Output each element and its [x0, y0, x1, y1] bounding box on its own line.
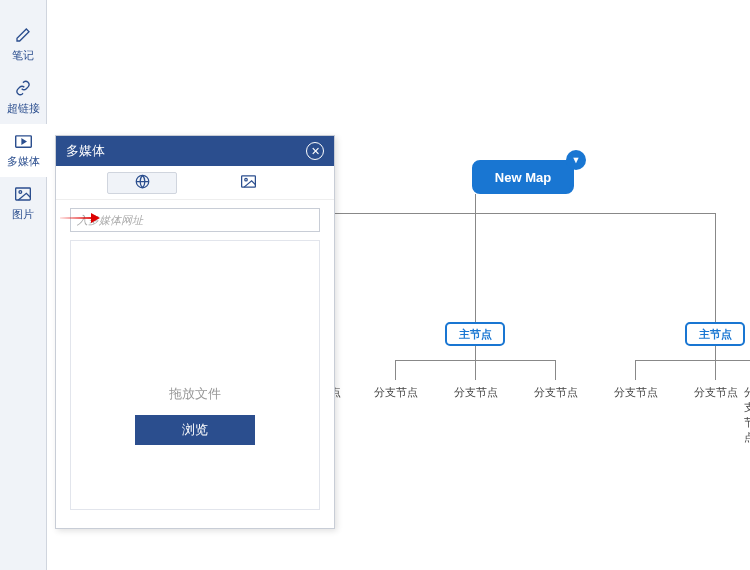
link-icon [14, 79, 32, 97]
media-url-input[interactable] [70, 208, 320, 232]
sidebar-item-label: 笔记 [12, 48, 34, 63]
close-icon[interactable]: ✕ [306, 142, 324, 160]
video-icon [14, 132, 32, 150]
pencil-icon [14, 26, 32, 44]
root-node-label: New Map [495, 170, 551, 185]
sidebar-item-label: 图片 [12, 207, 34, 222]
connector [475, 360, 476, 380]
image-icon [241, 175, 256, 191]
branch-node[interactable]: 分支节点 [744, 385, 750, 445]
connector [475, 194, 476, 213]
branch-node[interactable]: 分支节点 [694, 385, 738, 400]
sidebar-item-note[interactable]: 笔记 [0, 18, 47, 71]
connector [635, 360, 750, 361]
panel-header[interactable]: 多媒体 ✕ [56, 136, 334, 166]
branch-node[interactable]: 分支节点 [374, 385, 418, 400]
connector [475, 346, 476, 360]
drop-label: 拖放文件 [169, 385, 221, 403]
branch-node[interactable]: 分支节点 [614, 385, 658, 400]
connector [715, 213, 716, 323]
panel-title: 多媒体 [66, 142, 105, 160]
globe-icon [135, 174, 150, 192]
expand-handle-icon[interactable]: ▼ [566, 150, 586, 170]
root-node[interactable]: New Map ▼ [472, 160, 574, 194]
main-node-label: 主节点 [699, 327, 732, 342]
sidebar-item-label: 多媒体 [7, 154, 40, 169]
svg-point-2 [19, 191, 22, 194]
connector [715, 360, 716, 380]
sidebar-item-multimedia[interactable]: 多媒体 [0, 124, 47, 177]
connector [395, 360, 396, 380]
panel-tabs [56, 166, 334, 200]
main-node[interactable]: 主节点 [445, 322, 505, 346]
svg-rect-4 [241, 175, 255, 186]
connector [555, 360, 556, 380]
main-node[interactable]: 主节点 [685, 322, 745, 346]
connector [475, 213, 476, 323]
multimedia-panel: 多媒体 ✕ 拖放文件 浏览 [55, 135, 335, 529]
svg-point-5 [244, 178, 247, 181]
annotation-arrow-icon [60, 217, 98, 219]
file-drop-area[interactable]: 拖放文件 浏览 [70, 240, 320, 510]
tab-image[interactable] [213, 172, 283, 194]
sidebar-item-label: 超链接 [7, 101, 40, 116]
svg-rect-1 [16, 188, 31, 200]
tab-url[interactable] [107, 172, 177, 194]
browse-button[interactable]: 浏览 [135, 415, 255, 445]
main-node-label: 主节点 [459, 327, 492, 342]
sidebar-item-image[interactable]: 图片 [0, 177, 47, 230]
connector [715, 346, 716, 360]
sidebar: 笔记 超链接 多媒体 图片 [0, 0, 47, 570]
panel-body: 拖放文件 浏览 [56, 200, 334, 528]
sidebar-item-hyperlink[interactable]: 超链接 [0, 71, 47, 124]
connector [635, 360, 636, 380]
branch-node[interactable]: 分支节点 [454, 385, 498, 400]
image-icon [14, 185, 32, 203]
branch-node[interactable]: 分支节点 [534, 385, 578, 400]
